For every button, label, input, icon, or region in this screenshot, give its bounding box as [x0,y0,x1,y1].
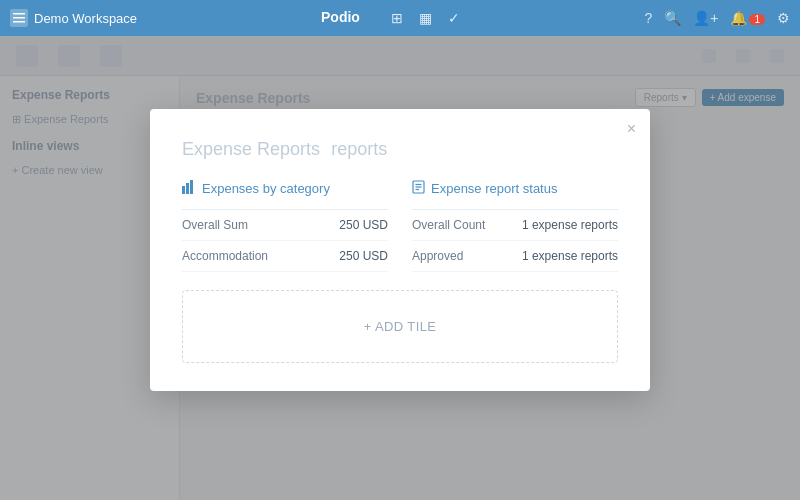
grid-nav-icon[interactable]: ⊞ [391,10,403,26]
modal-close-button[interactable]: × [627,121,636,137]
workspace-brand[interactable]: Demo Workspace [10,9,137,27]
section1-table: Overall Sum 250 USD Accommodation 250 US… [182,209,388,272]
section1-row-0-value: 250 USD [339,218,388,232]
modal-body: Expenses by category Overall Sum 250 USD… [182,180,618,272]
top-navbar: Demo Workspace Podio ⊞ ▦ ✓ ? 🔍 👤+ 🔔1 ⚙ [0,0,800,36]
bell-icon[interactable]: 🔔1 [730,10,765,26]
section1-heading: Expenses by category [202,181,330,196]
section1-row-1-value: 250 USD [339,249,388,263]
search-icon[interactable]: 🔍 [664,10,681,26]
section2-row-1: Approved 1 expense reports [412,241,618,272]
svg-rect-5 [186,183,189,194]
add-tile-plus: + [364,319,372,334]
section1-row-0-label: Overall Sum [182,218,248,232]
section2-row-0-value: 1 expense reports [522,218,618,232]
section1-row-1-label: Accommodation [182,249,268,263]
help-icon[interactable]: ? [644,10,652,26]
modal-title-sub: reports [331,139,387,159]
section1-row-0: Overall Sum 250 USD [182,210,388,241]
workspace-label: Demo Workspace [34,11,137,26]
reports-modal: × Expense Reports reports Expenses by ca… [150,109,650,391]
notification-count: 1 [749,14,765,25]
svg-rect-2 [13,21,25,23]
add-tile-button[interactable]: + ADD TILE [182,290,618,363]
section1-header: Expenses by category [182,180,388,197]
expense-report-status-section: Expense report status Overall Count 1 ex… [412,180,618,272]
check-nav-icon[interactable]: ✓ [448,10,460,26]
section1-row-1: Accommodation 250 USD [182,241,388,272]
section2-row-1-label: Approved [412,249,463,263]
add-user-icon[interactable]: 👤+ [693,10,718,26]
settings-icon[interactable]: ⚙ [777,10,790,26]
svg-rect-0 [13,13,25,15]
section2-heading: Expense report status [431,181,557,196]
podio-logo: Podio [321,8,371,29]
section2-row-0: Overall Count 1 expense reports [412,210,618,241]
svg-rect-4 [182,186,185,194]
svg-rect-6 [190,180,193,194]
navbar-center: Podio ⊞ ▦ ✓ [149,8,632,29]
modal-title: Expense Reports reports [182,137,618,160]
add-tile-label: ADD TILE [375,319,436,334]
calendar-nav-icon[interactable]: ▦ [419,10,432,26]
navbar-right: ? 🔍 👤+ 🔔1 ⚙ [644,10,790,26]
modal-title-main: Expense Reports [182,139,320,159]
document-icon [412,180,425,197]
nav-icons: ⊞ ▦ ✓ [391,10,460,26]
section2-row-0-label: Overall Count [412,218,485,232]
svg-text:Podio: Podio [321,9,360,25]
section2-header: Expense report status [412,180,618,197]
svg-rect-1 [13,17,25,19]
expenses-by-category-section: Expenses by category Overall Sum 250 USD… [182,180,388,272]
chart-icon [182,180,196,197]
section2-table: Overall Count 1 expense reports Approved… [412,209,618,272]
menu-icon[interactable] [10,9,28,27]
section2-row-1-value: 1 expense reports [522,249,618,263]
